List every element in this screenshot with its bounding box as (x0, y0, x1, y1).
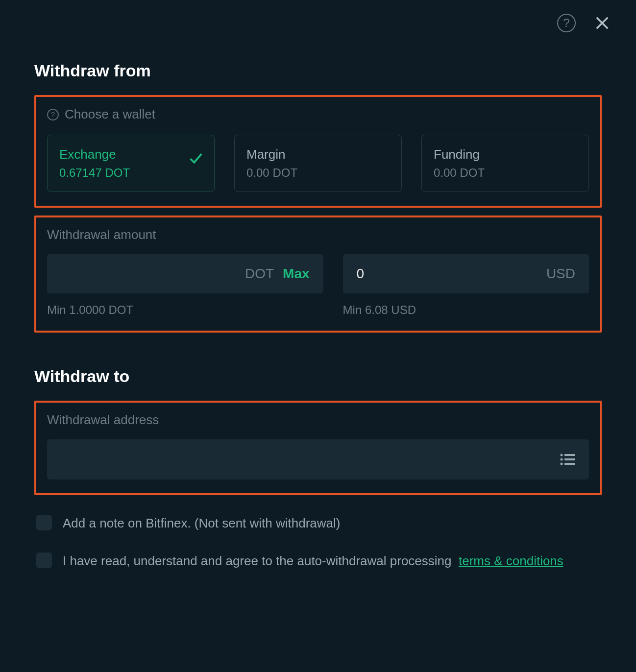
wallet-name: Funding (434, 147, 577, 162)
terms-link[interactable]: terms & conditions (459, 553, 563, 568)
agree-checkbox[interactable] (36, 552, 52, 568)
check-icon (189, 152, 203, 167)
help-icon[interactable]: ? (47, 109, 59, 120)
svg-point-6 (561, 463, 563, 465)
svg-rect-7 (564, 463, 575, 465)
wallet-balance: 0.00 DOT (246, 166, 390, 180)
wallet-name: Margin (246, 147, 390, 162)
crypto-amount-input[interactable] (61, 266, 236, 282)
fiat-currency-label: USD (546, 266, 575, 282)
agree-checkbox-label: I have read, understand and agree to the… (63, 552, 563, 571)
svg-point-4 (561, 458, 563, 461)
wallet-name: Exchange (59, 147, 202, 162)
address-field[interactable] (47, 439, 589, 480)
withdrawal-amount-box: Withdrawal amount DOT Max Min 1.0000 DOT… (34, 216, 602, 333)
choose-wallet-label: Choose a wallet (65, 107, 155, 122)
address-list-icon[interactable] (560, 453, 576, 466)
crypto-min-label: Min 1.0000 DOT (47, 303, 323, 317)
withdrawal-address-box: Withdrawal address (34, 401, 602, 495)
withdrawal-address-label: Withdrawal address (47, 412, 589, 428)
max-button[interactable]: Max (283, 266, 309, 282)
svg-rect-3 (564, 454, 575, 456)
wallet-card-funding[interactable]: Funding 0.00 DOT (421, 135, 589, 192)
svg-point-2 (561, 454, 563, 456)
withdraw-from-title: Withdraw from (34, 61, 602, 80)
withdraw-to-title: Withdraw to (34, 367, 602, 386)
wallet-selection-box: ? Choose a wallet Exchange 0.67147 DOT M… (34, 95, 602, 208)
address-input[interactable] (60, 452, 551, 467)
wallet-card-margin[interactable]: Margin 0.00 DOT (234, 135, 402, 192)
withdrawal-amount-label: Withdrawal amount (47, 227, 589, 242)
crypto-currency-label: DOT (245, 266, 274, 282)
fiat-amount-field[interactable]: USD (343, 254, 589, 293)
note-checkbox[interactable] (36, 515, 52, 530)
fiat-amount-input[interactable] (357, 266, 538, 282)
svg-rect-5 (564, 458, 575, 460)
agree-text: I have read, understand and agree to the… (63, 553, 455, 568)
fiat-min-label: Min 6.08 USD (343, 303, 589, 317)
wallet-balance: 0.00 DOT (434, 166, 577, 180)
wallet-balance: 0.67147 DOT (59, 166, 202, 180)
help-icon[interactable]: ? (557, 14, 576, 32)
note-checkbox-label: Add a note on Bitfinex. (Not sent with w… (63, 514, 341, 533)
crypto-amount-field[interactable]: DOT Max (47, 254, 323, 293)
close-icon[interactable] (593, 14, 612, 32)
wallet-card-exchange[interactable]: Exchange 0.67147 DOT (47, 135, 215, 192)
